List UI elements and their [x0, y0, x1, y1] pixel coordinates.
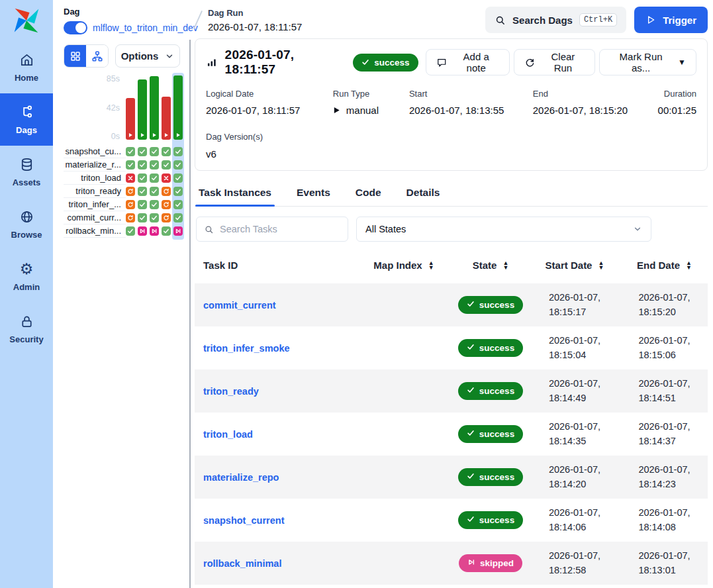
- sort-icon[interactable]: ▲▼: [428, 261, 434, 270]
- task-instance-upstream_failed[interactable]: [162, 213, 171, 222]
- grid-task-label[interactable]: rollback_min...: [64, 224, 126, 238]
- state-badge: skipped: [459, 554, 522, 572]
- mark-run-as-button[interactable]: Mark Run as... ▼: [599, 49, 696, 75]
- sidebar-item-dags[interactable]: Dags: [0, 93, 53, 146]
- search-tasks-input[interactable]: [220, 224, 340, 234]
- sort-icon[interactable]: ▲▼: [686, 261, 692, 270]
- task-id-link[interactable]: triton_ready: [195, 386, 355, 397]
- run-bar-failed[interactable]: [162, 97, 171, 140]
- search-shortcut-kbd: Ctrl+K: [579, 13, 617, 26]
- task-instance-upstream_failed[interactable]: [126, 213, 135, 222]
- task-instance-success[interactable]: [126, 160, 135, 170]
- task-instance-success[interactable]: [173, 187, 183, 196]
- task-instance-cells: [126, 160, 183, 170]
- task-instance-skipped[interactable]: [150, 226, 159, 236]
- task-instance-skipped[interactable]: [173, 226, 183, 236]
- task-instance-success[interactable]: [150, 213, 159, 222]
- task-instance-success[interactable]: [173, 213, 183, 222]
- task-instance-success[interactable]: [138, 173, 147, 183]
- tab-details[interactable]: Details: [405, 181, 442, 206]
- tab-task-instances[interactable]: Task Instances: [197, 181, 273, 206]
- graph-view-button[interactable]: [86, 45, 108, 67]
- task-instance-success[interactable]: [173, 200, 183, 209]
- task-instance-success[interactable]: [150, 147, 159, 156]
- add-note-button[interactable]: Add a note: [426, 49, 510, 75]
- airflow-pinwheel-icon: [12, 6, 41, 35]
- breadcrumb: Dag Run 2026-01-07, 18:11:57: [208, 8, 302, 32]
- search-dags-button[interactable]: Search Dags Ctrl+K: [485, 7, 626, 33]
- run-bar-success[interactable]: [150, 76, 159, 140]
- task-id-link[interactable]: triton_infer_smoke: [195, 343, 355, 354]
- bar-chart-icon: [206, 56, 218, 68]
- tab-code[interactable]: Code: [354, 181, 383, 206]
- task-id-link[interactable]: materialize_repo: [195, 472, 355, 483]
- task-instance-success[interactable]: [126, 226, 135, 236]
- task-instance-success[interactable]: [162, 147, 171, 156]
- run-field-duration: Duration00:01:25: [658, 89, 696, 116]
- task-id-link[interactable]: snapshot_current: [195, 515, 355, 526]
- task-instance-upstream_failed[interactable]: [126, 200, 135, 209]
- task-instance-success[interactable]: [150, 187, 159, 196]
- task-instance-upstream_failed[interactable]: [162, 187, 171, 196]
- grid-task-label[interactable]: commit_curr...: [64, 211, 126, 224]
- sidebar-item-security[interactable]: Security: [0, 303, 53, 355]
- task-instance-success[interactable]: [138, 187, 147, 196]
- assets-icon: [19, 157, 34, 173]
- task-id-link[interactable]: rollback_minimal: [195, 558, 355, 569]
- tab-events[interactable]: Events: [295, 181, 332, 206]
- grid-task-row: commit_curr...: [64, 211, 183, 224]
- sort-icon[interactable]: ▲▼: [598, 261, 604, 270]
- run-bar-success-selected[interactable]: [173, 75, 183, 140]
- task-instance-success[interactable]: [162, 226, 171, 236]
- trigger-button[interactable]: Trigger: [634, 7, 708, 33]
- check-icon: [467, 515, 475, 525]
- sort-icon[interactable]: ▲▼: [502, 261, 508, 270]
- grid-view-button[interactable]: [64, 45, 86, 67]
- home-icon: [19, 52, 34, 68]
- grid-task-label[interactable]: snapshot_cu...: [64, 145, 126, 158]
- task-id-link[interactable]: triton_load: [195, 429, 355, 440]
- airflow-logo[interactable]: [0, 0, 53, 41]
- column-header-state[interactable]: State▲▼: [453, 260, 528, 271]
- column-header-start-date[interactable]: Start Date▲▼: [528, 260, 621, 271]
- task-instance-failed[interactable]: [162, 173, 171, 183]
- run-bar-failed[interactable]: [126, 98, 135, 140]
- task-instance-success[interactable]: [173, 160, 183, 170]
- grid-task-label[interactable]: triton_load: [64, 172, 126, 185]
- start-date-cell: 2026-01-07,18:15:04: [528, 334, 621, 363]
- task-instance-failed[interactable]: [126, 173, 135, 183]
- run-bar-success[interactable]: [138, 79, 147, 140]
- task-instance-success[interactable]: [162, 160, 171, 170]
- dag-name-link[interactable]: mlflow_to_triton_min_dev: [93, 23, 198, 33]
- sidebar-item-home[interactable]: Home: [0, 41, 53, 93]
- end-date-cell: 2026-01-07,18:15:06: [621, 334, 708, 363]
- task-instance-upstream_failed[interactable]: [126, 187, 135, 196]
- task-instance-success[interactable]: [173, 147, 183, 156]
- dag-pause-toggle[interactable]: [64, 21, 87, 34]
- task-instance-success[interactable]: [150, 173, 159, 183]
- task-instance-success[interactable]: [173, 173, 183, 183]
- grid-task-label[interactable]: triton_ready: [64, 185, 126, 198]
- column-header-map-index[interactable]: Map Index▲▼: [355, 260, 453, 271]
- options-button[interactable]: Options: [115, 44, 180, 68]
- task-instance-success[interactable]: [138, 147, 147, 156]
- task-instance-success[interactable]: [138, 213, 147, 222]
- task-instance-success[interactable]: [126, 147, 135, 156]
- task-id-link[interactable]: commit_current: [195, 300, 355, 311]
- sidebar-item-browse[interactable]: Browse: [0, 198, 53, 250]
- task-instance-success[interactable]: [150, 160, 159, 170]
- clear-run-button[interactable]: Clear Run: [514, 49, 595, 75]
- task-instance-success[interactable]: [150, 200, 159, 209]
- sidebar-item-admin[interactable]: ⚙Admin: [0, 250, 53, 303]
- task-instance-success[interactable]: [138, 200, 147, 209]
- state-badge: success: [458, 511, 523, 529]
- sidebar-item-assets[interactable]: Assets: [0, 146, 53, 198]
- task-instance-skipped[interactable]: [138, 226, 147, 236]
- task-instance-upstream_failed[interactable]: [162, 200, 171, 209]
- task-instance-success[interactable]: [138, 160, 147, 170]
- grid-task-label[interactable]: materialize_r...: [64, 158, 126, 172]
- state-filter-select[interactable]: All States: [356, 217, 651, 242]
- column-header-end-date[interactable]: End Date▲▼: [621, 260, 708, 271]
- column-header-task-id: Task ID: [195, 260, 355, 271]
- grid-task-label[interactable]: triton_infer_...: [64, 198, 126, 211]
